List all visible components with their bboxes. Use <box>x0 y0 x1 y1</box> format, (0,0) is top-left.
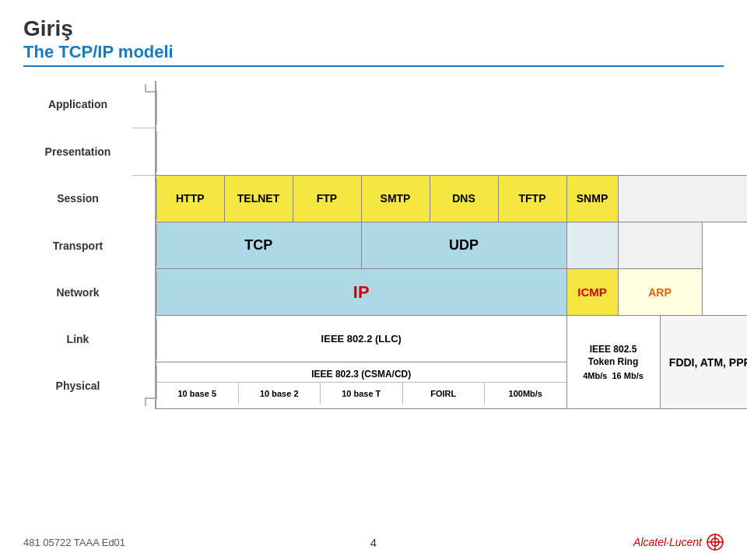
table-row-session: Session HTTP TELNET FTP SMTP DNS TFTP SN… <box>23 175 747 222</box>
osi-label-session: Session <box>23 175 132 222</box>
table-row-transport: Transport TCP UDP <box>23 222 747 269</box>
footer-page-number: 4 <box>257 536 490 549</box>
footer-vendor: Alcatel·Lucent <box>490 534 724 551</box>
header: Giriş The TCP/IP modeli <box>23 16 724 67</box>
presentation-area <box>156 128 747 175</box>
tcpip-table: Application Presentation <box>23 81 747 410</box>
proto-udp: UDP <box>361 222 566 269</box>
proto-ip: IP <box>156 269 566 316</box>
proto-tcp: TCP <box>156 222 361 269</box>
main-diagram: Application Presentation <box>23 81 724 410</box>
transport-right1 <box>566 222 618 269</box>
physical-specs: 10 base 5 10 base 2 10 base T FOIRL 100M… <box>156 383 566 404</box>
proto-dns: DNS <box>430 175 498 222</box>
page-subtitle: The TCP/IP modeli <box>23 42 724 62</box>
proto-http: HTTP <box>156 175 224 222</box>
osi-label-physical: Physical <box>23 362 132 409</box>
proto-telnet: TELNET <box>224 175 293 222</box>
application-area <box>156 81 747 128</box>
bracket-application <box>132 81 156 128</box>
proto-ftp: FTP <box>293 175 361 222</box>
phys-100mbs: 100Mb/s <box>485 383 566 404</box>
osi-label-transport: Transport <box>23 222 132 269</box>
proto-tftp: TFTP <box>498 175 566 222</box>
bracket-transport <box>132 222 156 269</box>
phys-10baseT: 10 base T <box>321 383 403 404</box>
proto-ieee802-2: IEEE 802.2 (LLC) <box>156 316 566 362</box>
proto-ieee802-3: IEEE 802.3 (CSMA/CD) <box>156 366 566 383</box>
osi-label-presentation: Presentation <box>23 128 132 175</box>
table-row-presentation: Presentation <box>23 128 747 175</box>
osi-label-application: Application <box>23 81 132 128</box>
bracket-presentation <box>132 128 156 175</box>
right-col-protocols: FDDI, ATM, PPP ... <box>660 316 747 409</box>
phys-foirl: FOIRL <box>403 383 486 404</box>
table-row-link: Link IEEE 802.2 (LLC) IEEE 802.5Token Ri… <box>23 316 747 362</box>
proto-arp: ARP <box>618 269 702 316</box>
transport-right2 <box>618 222 702 269</box>
table-row-network: Network IP ICMP ARP <box>23 269 747 316</box>
footer-course-code: 481 05722 TAAA Ed01 <box>23 537 257 548</box>
alcatel-logo: Alcatel·Lucent <box>633 536 702 548</box>
table-row-application: Application <box>23 81 747 128</box>
proto-smtp: SMTP <box>361 175 430 222</box>
osi-label-network: Network <box>23 269 132 316</box>
page-title: Giriş <box>23 16 724 42</box>
bracket-physical <box>132 362 156 409</box>
bracket-session <box>132 175 156 222</box>
proto-snmp: SNMP <box>566 175 618 222</box>
phys-10base2: 10 base 2 <box>239 383 321 404</box>
bracket-network <box>132 269 156 316</box>
physical-area: IEEE 802.3 (CSMA/CD) 10 base 5 10 base 2… <box>156 362 566 409</box>
proto-icmp: ICMP <box>566 269 618 316</box>
bracket-link <box>132 316 156 362</box>
session-right-area <box>618 175 747 222</box>
osi-label-link: Link <box>23 316 132 362</box>
proto-ieee802-5: IEEE 802.5Token Ring4Mb/s 16 Mb/s <box>566 316 660 409</box>
footer: 481 05722 TAAA Ed01 4 Alcatel·Lucent <box>0 534 747 551</box>
alcatel-icon <box>707 534 724 551</box>
phys-10base5: 10 base 5 <box>156 383 239 404</box>
